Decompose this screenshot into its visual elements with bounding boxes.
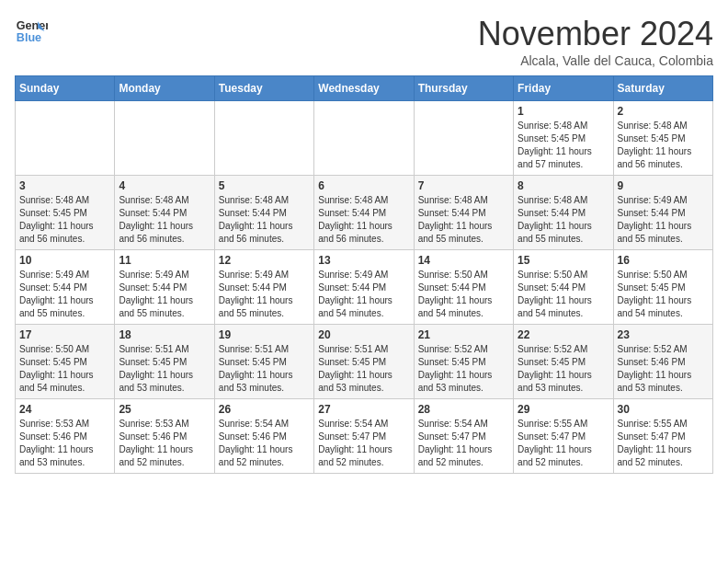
day-number: 6 (318, 179, 409, 192)
day-number: 20 (318, 328, 409, 341)
day-number: 12 (219, 254, 310, 267)
calendar-week-row: 10Sunrise: 5:49 AM Sunset: 5:44 PM Dayli… (16, 250, 713, 325)
logo-icon: General Blue (15, 15, 48, 48)
day-info: Sunrise: 5:50 AM Sunset: 5:45 PM Dayligh… (618, 269, 709, 320)
day-info: Sunrise: 5:51 AM Sunset: 5:45 PM Dayligh… (119, 343, 210, 395)
calendar-cell: 22Sunrise: 5:52 AM Sunset: 5:45 PM Dayli… (514, 325, 613, 399)
calendar-cell: 6Sunrise: 5:48 AM Sunset: 5:44 PM Daylig… (314, 176, 414, 250)
calendar-cell: 5Sunrise: 5:48 AM Sunset: 5:44 PM Daylig… (214, 176, 313, 250)
calendar-week-row: 17Sunrise: 5:50 AM Sunset: 5:45 PM Dayli… (16, 325, 713, 399)
day-number: 24 (19, 403, 110, 416)
svg-text:Blue: Blue (17, 31, 41, 44)
day-info: Sunrise: 5:48 AM Sunset: 5:45 PM Dayligh… (618, 120, 709, 171)
calendar-cell: 21Sunrise: 5:52 AM Sunset: 5:45 PM Dayli… (414, 325, 513, 399)
calendar-cell (214, 101, 313, 176)
day-info: Sunrise: 5:55 AM Sunset: 5:47 PM Dayligh… (518, 418, 609, 469)
calendar-cell: 12Sunrise: 5:49 AM Sunset: 5:44 PM Dayli… (214, 250, 313, 325)
day-number: 5 (219, 179, 310, 192)
month-title: November 2024 (478, 15, 713, 53)
day-number: 4 (119, 179, 210, 192)
day-info: Sunrise: 5:53 AM Sunset: 5:46 PM Dayligh… (119, 418, 210, 469)
day-info: Sunrise: 5:48 AM Sunset: 5:45 PM Dayligh… (518, 120, 609, 171)
day-number: 2 (618, 105, 709, 118)
day-number: 28 (418, 403, 509, 416)
calendar-cell: 14Sunrise: 5:50 AM Sunset: 5:44 PM Dayli… (414, 250, 513, 325)
day-info: Sunrise: 5:48 AM Sunset: 5:44 PM Dayligh… (318, 194, 409, 246)
day-info: Sunrise: 5:52 AM Sunset: 5:45 PM Dayligh… (418, 343, 509, 395)
calendar-week-row: 1Sunrise: 5:48 AM Sunset: 5:45 PM Daylig… (16, 101, 713, 176)
day-number: 27 (318, 403, 409, 416)
calendar-cell: 24Sunrise: 5:53 AM Sunset: 5:46 PM Dayli… (16, 399, 115, 474)
calendar-day-header: Monday (115, 76, 214, 101)
calendar-cell: 28Sunrise: 5:54 AM Sunset: 5:47 PM Dayli… (414, 399, 513, 474)
day-info: Sunrise: 5:54 AM Sunset: 5:47 PM Dayligh… (418, 418, 509, 469)
calendar-cell (16, 101, 115, 176)
calendar-day-header: Sunday (16, 76, 115, 101)
day-number: 18 (119, 328, 210, 341)
day-number: 16 (618, 254, 709, 267)
day-number: 30 (618, 403, 709, 416)
day-info: Sunrise: 5:49 AM Sunset: 5:44 PM Dayligh… (318, 269, 409, 320)
calendar-cell: 20Sunrise: 5:51 AM Sunset: 5:45 PM Dayli… (314, 325, 414, 399)
calendar-cell: 30Sunrise: 5:55 AM Sunset: 5:47 PM Dayli… (613, 399, 712, 474)
day-number: 26 (219, 403, 310, 416)
day-info: Sunrise: 5:48 AM Sunset: 5:44 PM Dayligh… (219, 194, 310, 246)
calendar-table: SundayMondayTuesdayWednesdayThursdayFrid… (15, 75, 713, 474)
day-info: Sunrise: 5:51 AM Sunset: 5:45 PM Dayligh… (318, 343, 409, 395)
calendar-day-header: Saturday (613, 76, 712, 101)
day-info: Sunrise: 5:48 AM Sunset: 5:44 PM Dayligh… (418, 194, 509, 246)
day-number: 19 (219, 328, 310, 341)
day-number: 22 (518, 328, 609, 341)
calendar-cell: 2Sunrise: 5:48 AM Sunset: 5:45 PM Daylig… (613, 101, 712, 176)
day-number: 17 (19, 328, 110, 341)
calendar-cell: 10Sunrise: 5:49 AM Sunset: 5:44 PM Dayli… (16, 250, 115, 325)
day-info: Sunrise: 5:55 AM Sunset: 5:47 PM Dayligh… (618, 418, 709, 469)
calendar-day-header: Friday (514, 76, 613, 101)
page-header: General Blue November 2024 Alcala, Valle… (15, 15, 713, 68)
calendar-cell: 11Sunrise: 5:49 AM Sunset: 5:44 PM Dayli… (115, 250, 214, 325)
day-number: 10 (19, 254, 110, 267)
day-number: 9 (618, 179, 709, 192)
calendar-cell: 27Sunrise: 5:54 AM Sunset: 5:47 PM Dayli… (314, 399, 414, 474)
day-info: Sunrise: 5:50 AM Sunset: 5:44 PM Dayligh… (518, 269, 609, 320)
calendar-day-header: Thursday (414, 76, 513, 101)
calendar-cell: 4Sunrise: 5:48 AM Sunset: 5:44 PM Daylig… (115, 176, 214, 250)
day-info: Sunrise: 5:52 AM Sunset: 5:46 PM Dayligh… (618, 343, 709, 395)
calendar-week-row: 3Sunrise: 5:48 AM Sunset: 5:45 PM Daylig… (16, 176, 713, 250)
calendar-cell: 3Sunrise: 5:48 AM Sunset: 5:45 PM Daylig… (16, 176, 115, 250)
logo: General Blue (15, 15, 48, 48)
day-number: 13 (318, 254, 409, 267)
day-number: 8 (518, 179, 609, 192)
location: Alcala, Valle del Cauca, Colombia (478, 53, 713, 68)
calendar-cell: 26Sunrise: 5:54 AM Sunset: 5:46 PM Dayli… (214, 399, 313, 474)
calendar-cell: 25Sunrise: 5:53 AM Sunset: 5:46 PM Dayli… (115, 399, 214, 474)
day-number: 3 (19, 179, 110, 192)
day-number: 21 (418, 328, 509, 341)
day-info: Sunrise: 5:50 AM Sunset: 5:45 PM Dayligh… (19, 343, 110, 395)
calendar-day-header: Wednesday (314, 76, 414, 101)
calendar-header-row: SundayMondayTuesdayWednesdayThursdayFrid… (16, 76, 713, 101)
day-number: 29 (518, 403, 609, 416)
calendar-cell: 15Sunrise: 5:50 AM Sunset: 5:44 PM Dayli… (514, 250, 613, 325)
calendar-cell (314, 101, 414, 176)
day-info: Sunrise: 5:48 AM Sunset: 5:45 PM Dayligh… (19, 194, 110, 246)
calendar-day-header: Tuesday (214, 76, 313, 101)
day-info: Sunrise: 5:49 AM Sunset: 5:44 PM Dayligh… (19, 269, 110, 320)
calendar-cell: 18Sunrise: 5:51 AM Sunset: 5:45 PM Dayli… (115, 325, 214, 399)
calendar-cell: 23Sunrise: 5:52 AM Sunset: 5:46 PM Dayli… (613, 325, 712, 399)
calendar-cell: 7Sunrise: 5:48 AM Sunset: 5:44 PM Daylig… (414, 176, 513, 250)
calendar-cell: 16Sunrise: 5:50 AM Sunset: 5:45 PM Dayli… (613, 250, 712, 325)
day-info: Sunrise: 5:48 AM Sunset: 5:44 PM Dayligh… (119, 194, 210, 246)
day-number: 25 (119, 403, 210, 416)
day-info: Sunrise: 5:52 AM Sunset: 5:45 PM Dayligh… (518, 343, 609, 395)
title-block: November 2024 Alcala, Valle del Cauca, C… (478, 15, 713, 68)
calendar-cell: 1Sunrise: 5:48 AM Sunset: 5:45 PM Daylig… (514, 101, 613, 176)
day-info: Sunrise: 5:53 AM Sunset: 5:46 PM Dayligh… (19, 418, 110, 469)
calendar-cell: 8Sunrise: 5:48 AM Sunset: 5:44 PM Daylig… (514, 176, 613, 250)
calendar-cell: 29Sunrise: 5:55 AM Sunset: 5:47 PM Dayli… (514, 399, 613, 474)
day-info: Sunrise: 5:48 AM Sunset: 5:44 PM Dayligh… (518, 194, 609, 246)
day-number: 23 (618, 328, 709, 341)
day-number: 7 (418, 179, 509, 192)
day-number: 1 (518, 105, 609, 118)
day-info: Sunrise: 5:49 AM Sunset: 5:44 PM Dayligh… (618, 194, 709, 246)
